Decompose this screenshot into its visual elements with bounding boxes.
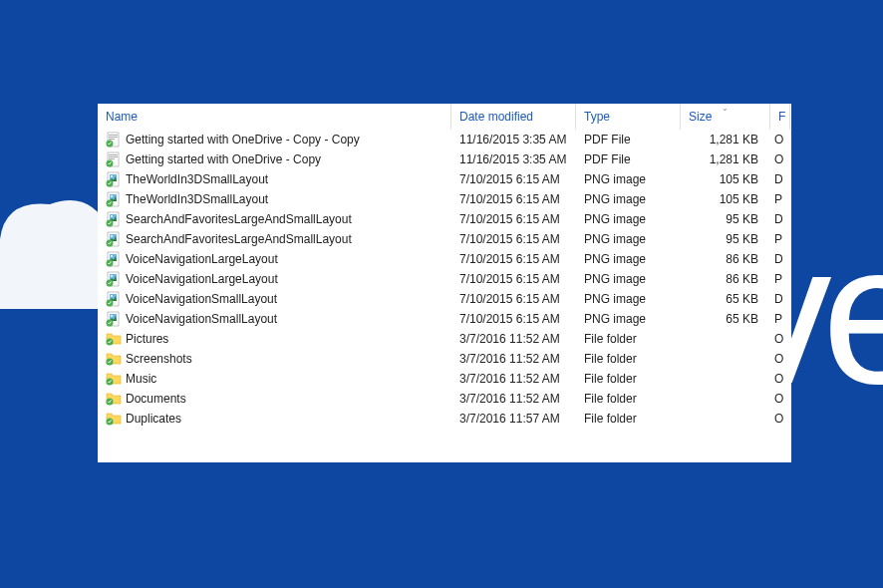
file-date-cell: 7/10/2015 6:15 AM <box>451 312 576 326</box>
file-date-cell: 11/16/2015 3:35 AM <box>451 152 576 166</box>
file-name-cell: SearchAndFavoritesLargeAndSmallLayout <box>98 231 451 247</box>
file-row[interactable]: TheWorldIn3DSmallLayout7/10/2015 6:15 AM… <box>98 189 791 209</box>
file-size-cell: 86 KB <box>681 272 770 286</box>
file-date-cell: 7/10/2015 6:15 AM <box>451 212 576 226</box>
file-size-cell: 105 KB <box>681 172 770 186</box>
column-header-extra[interactable]: F <box>770 104 790 130</box>
column-header-name[interactable]: Name <box>98 104 451 130</box>
file-explorer-window: Name Date modified Type ⌄ Size F Getting… <box>98 104 791 462</box>
file-name-label: VoiceNavigationLargeLayout <box>126 252 278 266</box>
file-name-cell: Getting started with OneDrive - Copy <box>98 151 451 167</box>
file-row[interactable]: VoiceNavigationSmallLayout7/10/2015 6:15… <box>98 289 791 309</box>
file-extra-cell: O <box>770 332 790 346</box>
column-header-size[interactable]: ⌄ Size <box>681 104 770 130</box>
file-row[interactable]: SearchAndFavoritesLargeAndSmallLayout7/1… <box>98 229 791 249</box>
file-date-cell: 7/10/2015 6:15 AM <box>451 172 576 186</box>
file-extra-cell: O <box>770 392 790 406</box>
svg-rect-6 <box>109 154 118 155</box>
file-size-cell: 1,281 KB <box>681 152 770 166</box>
file-extra-cell: D <box>770 292 790 306</box>
folder-icon <box>106 411 122 427</box>
file-size-cell: 86 KB <box>681 252 770 266</box>
file-row[interactable]: Getting started with OneDrive - Copy - C… <box>98 130 791 149</box>
png-file-icon <box>106 231 122 247</box>
file-type-cell: File folder <box>576 392 681 406</box>
file-row[interactable]: VoiceNavigationLargeLayout7/10/2015 6:15… <box>98 249 791 269</box>
file-name-cell: TheWorldIn3DSmallLayout <box>98 171 451 187</box>
folder-icon <box>106 371 122 387</box>
png-file-icon <box>106 291 122 307</box>
file-name-cell: SearchAndFavoritesLargeAndSmallLayout <box>98 211 451 227</box>
file-size-cell: 1,281 KB <box>681 133 770 147</box>
file-row[interactable]: Documents3/7/2016 11:52 AMFile folderO <box>98 389 791 409</box>
file-name-label: TheWorldIn3DSmallLayout <box>126 192 268 206</box>
file-size-cell: 95 KB <box>681 232 770 246</box>
file-extra-cell: P <box>770 272 790 286</box>
svg-point-24 <box>111 235 113 237</box>
file-name-label: VoiceNavigationSmallLayout <box>126 292 277 306</box>
file-type-cell: PNG image <box>576 192 681 206</box>
file-name-cell: VoiceNavigationLargeLayout <box>98 251 451 267</box>
png-file-icon <box>106 271 122 287</box>
file-extra-cell: O <box>770 133 790 147</box>
file-row[interactable]: Music3/7/2016 11:52 AMFile folderO <box>98 369 791 389</box>
file-name-label: SearchAndFavoritesLargeAndSmallLayout <box>126 232 352 246</box>
file-extra-cell: D <box>770 172 790 186</box>
file-type-cell: PNG image <box>576 272 681 286</box>
folder-icon <box>106 331 122 347</box>
file-date-cell: 3/7/2016 11:52 AM <box>451 352 576 366</box>
file-extra-cell: P <box>770 192 790 206</box>
file-name-label: Getting started with OneDrive - Copy - C… <box>126 133 360 147</box>
file-date-cell: 11/16/2015 3:35 AM <box>451 133 576 147</box>
svg-point-12 <box>111 175 113 177</box>
svg-point-36 <box>111 295 113 297</box>
folder-icon <box>106 391 122 407</box>
file-extra-cell: P <box>770 232 790 246</box>
png-file-icon <box>106 171 122 187</box>
column-header-type[interactable]: Type <box>576 104 681 130</box>
file-name-label: Pictures <box>126 332 168 346</box>
file-row[interactable]: Screenshots3/7/2016 11:52 AMFile folderO <box>98 349 791 369</box>
file-size-cell: 65 KB <box>681 292 770 306</box>
file-extra-cell: D <box>770 252 790 266</box>
pdf-file-icon <box>106 132 122 147</box>
png-file-icon <box>106 211 122 227</box>
file-name-label: Documents <box>126 392 186 406</box>
file-date-cell: 3/7/2016 11:57 AM <box>451 412 576 426</box>
file-row[interactable]: TheWorldIn3DSmallLayout7/10/2015 6:15 AM… <box>98 169 791 189</box>
file-name-cell: TheWorldIn3DSmallLayout <box>98 191 451 207</box>
file-row[interactable]: VoiceNavigationLargeLayout7/10/2015 6:15… <box>98 269 791 289</box>
file-type-cell: File folder <box>576 332 681 346</box>
file-row[interactable]: Pictures3/7/2016 11:52 AMFile folderO <box>98 329 791 349</box>
file-size-cell: 105 KB <box>681 192 770 206</box>
file-extra-cell: O <box>770 372 790 386</box>
pdf-file-icon <box>106 151 122 167</box>
file-type-cell: PNG image <box>576 292 681 306</box>
file-date-cell: 7/10/2015 6:15 AM <box>451 292 576 306</box>
file-size-cell: 95 KB <box>681 212 770 226</box>
file-type-cell: File folder <box>576 352 681 366</box>
file-date-cell: 3/7/2016 11:52 AM <box>451 332 576 346</box>
file-name-label: TheWorldIn3DSmallLayout <box>126 172 268 186</box>
file-type-cell: PNG image <box>576 312 681 326</box>
svg-point-32 <box>111 275 113 277</box>
file-name-cell: Pictures <box>98 331 451 347</box>
svg-point-40 <box>111 315 113 317</box>
column-header-date[interactable]: Date modified <box>451 104 576 130</box>
file-extra-cell: P <box>770 312 790 326</box>
file-type-cell: PNG image <box>576 172 681 186</box>
svg-rect-8 <box>109 158 115 159</box>
file-row[interactable]: SearchAndFavoritesLargeAndSmallLayout7/1… <box>98 209 791 229</box>
svg-point-16 <box>111 195 113 197</box>
file-row[interactable]: VoiceNavigationSmallLayout7/10/2015 6:15… <box>98 309 791 329</box>
file-extra-cell: O <box>770 412 790 426</box>
file-extra-cell: O <box>770 152 790 166</box>
file-row[interactable]: Duplicates3/7/2016 11:57 AMFile folderO <box>98 409 791 429</box>
file-list-body: Getting started with OneDrive - Copy - C… <box>98 130 791 429</box>
file-date-cell: 3/7/2016 11:52 AM <box>451 372 576 386</box>
png-file-icon <box>106 191 122 207</box>
file-extra-cell: D <box>770 212 790 226</box>
file-row[interactable]: Getting started with OneDrive - Copy11/1… <box>98 149 791 169</box>
file-name-cell: VoiceNavigationLargeLayout <box>98 271 451 287</box>
svg-rect-1 <box>109 135 118 136</box>
